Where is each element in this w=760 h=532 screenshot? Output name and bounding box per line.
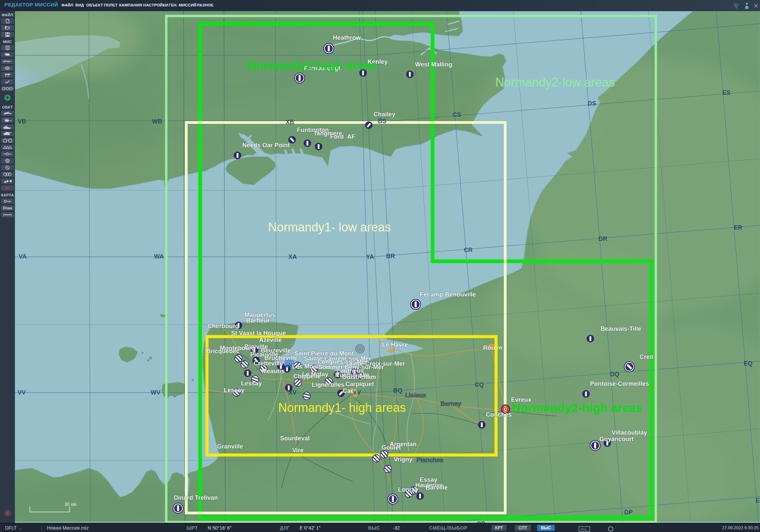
svg-text:30 км: 30 км — [64, 501, 76, 507]
svg-text:Pontoise-Cormeilles: Pontoise-Cormeilles — [590, 380, 649, 387]
svg-text:CR: CR — [464, 247, 473, 253]
svg-text:Meautis: Meautis — [262, 368, 284, 375]
svg-text:DQ: DQ — [610, 371, 619, 378]
svg-text:DP: DP — [624, 509, 633, 516]
svg-text:Lonray: Lonray — [398, 486, 418, 493]
svg-text:CQ: CQ — [475, 381, 484, 388]
svg-text:YV: YV — [353, 389, 361, 396]
svg-text:ES: ES — [722, 89, 730, 96]
svg-text:Normandy2-high areas: Normandy2-high areas — [512, 401, 642, 415]
svg-text:Azeville: Azeville — [259, 337, 282, 343]
svg-text:Lessay: Lessay — [224, 387, 244, 394]
svg-text:XV: XV — [288, 389, 297, 396]
svg-text:Granville: Granville — [217, 443, 243, 450]
svg-text:Creil: Creil — [640, 354, 653, 360]
svg-text:Vrigny: Vrigny — [394, 456, 412, 463]
svg-text:Ford_AF: Ford_AF — [330, 133, 355, 140]
svg-text:Lignerolles: Lignerolles — [312, 381, 344, 388]
svg-text:Normandy2-high areas: Normandy2-high areas — [247, 59, 377, 72]
svg-text:VV: VV — [18, 389, 26, 396]
svg-text:Normandy1- high areas: Normandy1- high areas — [278, 401, 406, 415]
svg-text:BS: BS — [378, 118, 386, 125]
svg-text:Dinard Trelivan: Dinard Trelivan — [174, 494, 218, 501]
svg-text:Pianches: Pianches — [416, 457, 443, 463]
svg-text:Barville: Barville — [425, 484, 448, 491]
svg-text:WV: WV — [151, 389, 160, 396]
svg-text:ER: ER — [734, 224, 742, 231]
svg-text:Fecamp-Benouville: Fecamp-Benouville — [420, 291, 476, 298]
svg-text:WA: WA — [154, 253, 164, 260]
svg-text:WB: WB — [152, 118, 162, 125]
svg-text:Rouen: Rouen — [483, 344, 502, 351]
svg-text:Lisieux: Lisieux — [405, 392, 426, 399]
svg-text:XA: XA — [288, 253, 297, 260]
svg-text:YA: YA — [366, 253, 374, 260]
svg-text:XB: XB — [286, 119, 294, 126]
svg-text:Villacoublay: Villacoublay — [612, 429, 647, 436]
svg-text:CP: CP — [477, 520, 485, 523]
svg-text:Normandy1- low areas: Normandy1- low areas — [268, 220, 391, 234]
svg-text:Bricquebec: Bricquebec — [206, 348, 240, 355]
svg-text:West Malling: West Malling — [415, 61, 452, 68]
svg-text:CS: CS — [453, 111, 461, 118]
svg-text:Chailey: Chailey — [374, 111, 395, 118]
svg-text:Conches: Conches — [486, 411, 512, 418]
svg-text:Bernay: Bernay — [440, 400, 461, 407]
svg-text:Goulet: Goulet — [382, 444, 401, 451]
svg-text:Needs Oar Point: Needs Oar Point — [242, 142, 290, 149]
svg-text:Sourdeval: Sourdeval — [280, 435, 309, 442]
svg-text:BQ: BQ — [393, 387, 402, 394]
svg-text:Lessay: Lessay — [241, 380, 262, 387]
svg-text:Carpiquet: Carpiquet — [345, 381, 374, 387]
svg-text:St Vaast la Hougue: St Vaast la Hougue — [231, 330, 286, 337]
svg-text:DS: DS — [588, 100, 596, 107]
svg-text:Beauvais-Tille: Beauvais-Tille — [601, 325, 642, 332]
svg-text:Guyancourt: Guyancourt — [599, 436, 633, 442]
svg-text:EP: EP — [756, 497, 760, 504]
svg-text:Chippelle: Chippelle — [293, 373, 321, 380]
svg-text:Cretteville: Cretteville — [253, 360, 283, 367]
svg-text:DR: DR — [598, 235, 607, 242]
svg-text:BR: BR — [386, 253, 395, 260]
svg-text:EQ: EQ — [744, 360, 753, 367]
svg-text:Normandy2-low areas: Normandy2-low areas — [495, 75, 615, 89]
svg-text:Le Havre: Le Havre — [382, 341, 408, 348]
svg-text:VA: VA — [19, 253, 27, 260]
svg-text:Barfleur: Barfleur — [246, 317, 269, 324]
svg-text:Cherbourg: Cherbourg — [208, 323, 239, 329]
svg-text:VB: VB — [18, 118, 26, 125]
svg-text:Ouistreham: Ouistreham — [342, 374, 376, 380]
svg-text:Heathrow: Heathrow — [333, 34, 361, 41]
svg-text:Vire: Vire — [292, 447, 304, 454]
